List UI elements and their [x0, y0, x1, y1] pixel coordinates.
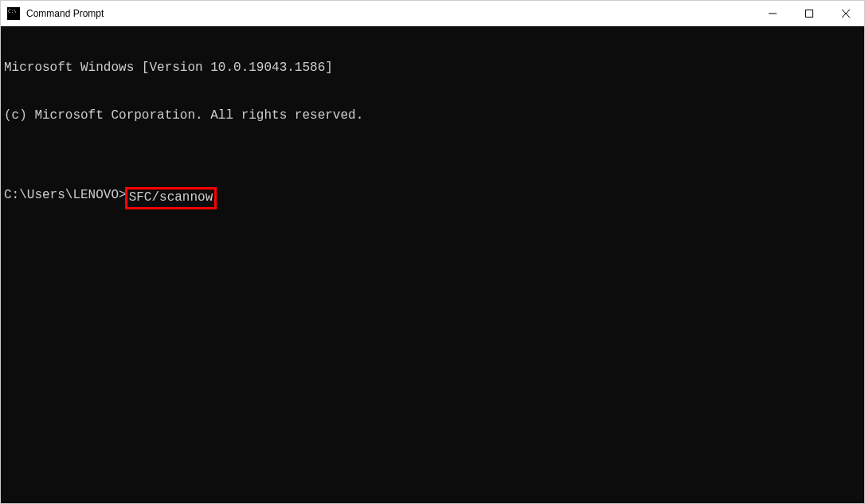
- terminal-line-version: Microsoft Windows [Version 10.0.19043.15…: [4, 60, 861, 76]
- maximize-icon: [805, 10, 813, 18]
- maximize-button[interactable]: [791, 1, 828, 25]
- close-button[interactable]: [828, 1, 864, 25]
- terminal-prompt-line: C:\Users\LENOVO>SFC/scannow: [4, 187, 861, 209]
- minimize-button[interactable]: [754, 1, 791, 25]
- minimize-icon: [769, 10, 777, 18]
- command-highlight: SFC/scannow: [125, 187, 217, 209]
- terminal-line-copyright: (c) Microsoft Corporation. All rights re…: [4, 107, 861, 123]
- terminal-area[interactable]: Microsoft Windows [Version 10.0.19043.15…: [1, 26, 864, 503]
- cmd-icon: [7, 7, 20, 20]
- command-prompt-window: Command Prompt Microsoft Windows [Versio: [0, 0, 865, 504]
- svg-rect-1: [806, 10, 813, 17]
- terminal-prompt: C:\Users\LENOVO>: [4, 187, 127, 203]
- titlebar[interactable]: Command Prompt: [1, 1, 864, 26]
- close-icon: [842, 10, 850, 18]
- terminal-command: SFC/scannow: [129, 190, 213, 205]
- window-controls: [754, 1, 864, 25]
- window-title: Command Prompt: [26, 8, 754, 19]
